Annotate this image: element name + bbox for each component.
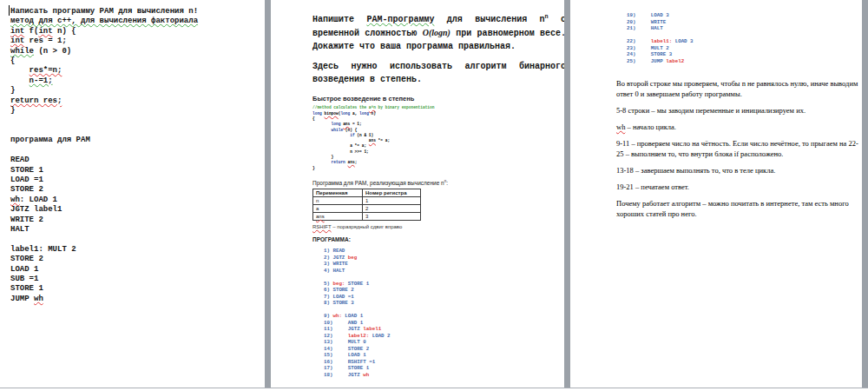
text-line: int res = 1;	[10, 36, 265, 46]
text-line: HALT	[10, 225, 265, 235]
text-segment	[10, 66, 30, 75]
text-line	[10, 116, 265, 125]
text-segment: Написать программу РАМ для вычисления n!	[10, 7, 198, 16]
text-segment: }	[10, 86, 15, 95]
text-segment: f(	[24, 27, 38, 36]
page-3[interactable]: 19) LOAD 320) WRITE21) HALT 22) label1: …	[570, 0, 862, 388]
page-1[interactable]: Написать программу РАМ для вычисления n!…	[0, 0, 265, 388]
table-cell: ans	[313, 213, 363, 221]
explanation-text: Во второй строке мы проверяем, чтобы n н…	[616, 78, 863, 219]
text-segment: JGTZ label1	[10, 205, 62, 214]
paragraph: 9-11 – проверяем число на чётность. Если…	[616, 138, 863, 159]
text-segment: beg:	[332, 281, 345, 287]
text-line: 7) LOAD =1	[324, 294, 564, 301]
text-segment: 3	[365, 214, 368, 219]
text-segment: label2:	[348, 333, 369, 339]
text-line: 14) STORE 2	[324, 346, 564, 353]
text-segment: STORE 2	[10, 255, 43, 263]
text-segment: метод для с++, для вычисления факториала	[10, 17, 198, 25]
text-segment: READ	[10, 156, 30, 164]
text-segment	[312, 122, 332, 126]
text-segment: (n > 0)	[34, 47, 71, 56]
text-segment: 18) JGTZ	[324, 372, 363, 378]
text-segment: beg	[348, 255, 357, 261]
text-segment: long	[312, 111, 322, 116]
text-segment: (n) {	[343, 128, 357, 132]
paragraph: Почему работает алгоритм – можно почитат…	[616, 198, 863, 219]
text-segment: 16) RSHIFT =1	[324, 359, 375, 365]
text-line	[10, 235, 265, 244]
text-segment: 25) JUMP	[627, 58, 666, 64]
text-line: STORE 1	[10, 166, 265, 176]
text-segment: 2	[365, 206, 368, 211]
text-segment	[312, 138, 369, 142]
text-segment: 9-11 – проверяем число на чётность. Если…	[616, 139, 858, 158]
text-segment: return	[332, 160, 345, 164]
text-segment: ans	[316, 214, 325, 219]
text-segment: Напишите	[312, 15, 366, 24]
text-segment: 6) STORE 2	[324, 287, 354, 293]
text-segment: STORE 1	[345, 281, 369, 287]
text-segment: res = 1;	[24, 36, 67, 45]
text-segment: LOAD 1	[342, 313, 363, 319]
text-segment: – начало цикла.	[625, 123, 676, 131]
text-line	[10, 126, 265, 136]
text-line: 22) label1: LOAD 3	[627, 38, 862, 45]
text-segment: Программа для РАМ, реализующая вычислени…	[312, 180, 444, 186]
page-2[interactable]: Напишите РАМ-программу для вычисления nn…	[271, 0, 564, 388]
text-segment: 9)	[324, 313, 332, 319]
text-segment: SUB =1	[10, 275, 38, 283]
table-header-cell: Переменная	[313, 189, 363, 197]
text-segment: int	[10, 36, 24, 45]
table-row: a2	[313, 205, 421, 213]
text-line: WRITE 2	[10, 215, 265, 225]
text-segment: return res;	[10, 96, 62, 105]
text-segment: wh	[34, 295, 43, 303]
text-segment: JUMP	[10, 295, 34, 303]
text-line: Написать программу РАМ для вычисления n!	[10, 7, 265, 17]
text-line	[324, 307, 564, 314]
text-line: while (n > 0)	[10, 47, 265, 56]
text-segment: while	[332, 128, 344, 132]
page-divider-2	[564, 0, 570, 388]
table-row: n1	[313, 197, 421, 205]
text-line: метод для с++, для вычисления факториала	[10, 17, 265, 26]
text-segment: 13) MULT 0	[324, 339, 366, 345]
table-cell: n	[313, 197, 363, 205]
text-segment: 13-18 – завершаем выполнять то, что в те…	[616, 166, 775, 175]
text-line: 8) STORE 3	[324, 300, 564, 307]
text-segment: 3) WRITE	[324, 261, 348, 267]
text-line: 19) LOAD 3	[627, 12, 862, 19]
text-segment: 2) JGTZ	[324, 255, 348, 261]
text-line: LOAD =1	[10, 176, 265, 185]
text-segment: LOAD =1	[10, 176, 43, 184]
text-segment: n-=1;	[30, 76, 53, 85]
text-segment: 24) STORE 3	[627, 51, 672, 57]
text-segment: while	[10, 47, 34, 56]
text-segment: wh	[616, 123, 625, 131]
text-line: res*=n;	[10, 66, 265, 76]
register-table-title: Программа для РАМ, реализующая вычислени…	[312, 179, 564, 186]
text-segment: Здесь нужно использовать алгоритм бинарн…	[312, 62, 566, 84]
text-line: 23) MULT 2	[627, 45, 862, 52]
table-cell: 1	[363, 197, 421, 205]
text-line: 2) JGTZ beg	[324, 255, 564, 262]
text-line: STORE 1	[10, 284, 265, 294]
text-segment: n	[316, 198, 319, 203]
text-line	[627, 32, 862, 39]
page-divider-1	[265, 0, 271, 388]
text-line: int f(int n) {	[10, 27, 265, 36]
paragraph: 13-18 – завершаем выполнять то, что в те…	[616, 165, 863, 176]
text-segment: = 1;	[350, 122, 362, 126]
text-segment: 1) READ	[324, 248, 345, 254]
text-segment	[312, 133, 350, 137]
text-line: }	[312, 166, 564, 171]
text-line: STORE 2	[10, 185, 265, 195]
ram-program-listing-19-25: 19) LOAD 320) WRITE21) HALT 22) label1: …	[627, 12, 862, 64]
text-segment: *= a;	[376, 138, 390, 142]
text-line: 4) HALT	[324, 268, 564, 275]
text-line: wh: LOAD 1	[10, 196, 265, 205]
text-line: 1) READ	[324, 248, 564, 255]
text-line: SUB =1	[10, 275, 265, 284]
text-line	[324, 274, 564, 281]
